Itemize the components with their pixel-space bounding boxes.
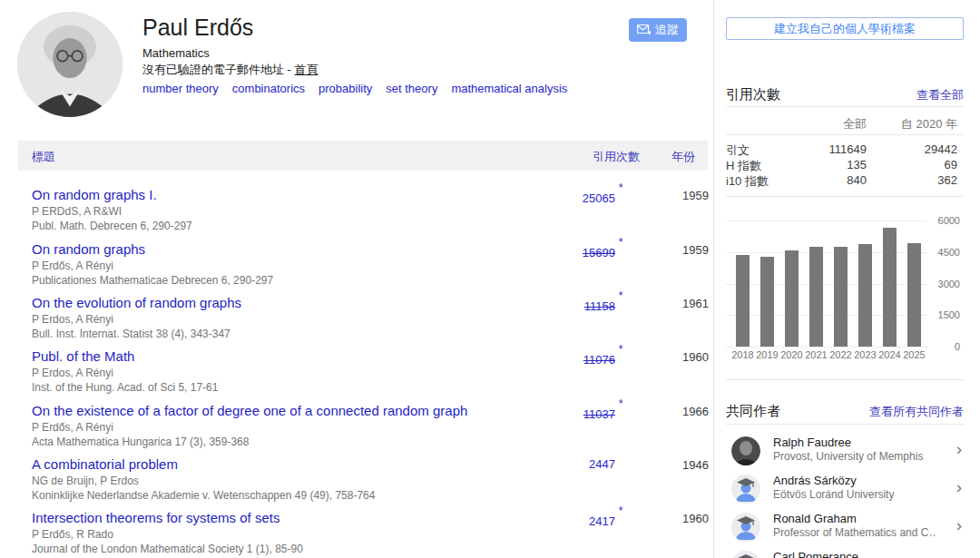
publication-venue: Publicationes Mathematicae Debrecen 6, 2… bbox=[32, 273, 540, 288]
coauthor-name: Carl Pomerance bbox=[773, 550, 858, 558]
publication-year: 1961 bbox=[635, 297, 709, 310]
publication-year: 1960 bbox=[635, 512, 709, 525]
x-axis-tick: 2022 bbox=[828, 349, 853, 360]
publication-title-link[interactable]: Publ. of the Math bbox=[32, 348, 540, 366]
view-all-coauthors-link[interactable]: 查看所有共同作者 bbox=[828, 404, 964, 420]
cited-by-link[interactable]: 25065 bbox=[583, 191, 615, 205]
chevron-right-icon[interactable]: › bbox=[956, 477, 962, 497]
interest-link[interactable]: number theory bbox=[142, 82, 219, 95]
sort-by-year-link[interactable]: 年份 bbox=[653, 149, 695, 165]
scholar-profile-page: Paul Erdős Mathematics 沒有已驗證的電子郵件地址 - 首頁… bbox=[0, 0, 980, 558]
publication-authors: P Erdos, A Rényi bbox=[32, 366, 540, 380]
cited-by-link[interactable]: 15699 bbox=[583, 246, 615, 259]
coauthor-row[interactable]: Ronald Graham Professor of Mathematics a… bbox=[726, 511, 964, 547]
coauthor-row[interactable]: Ralph Faudree Provost, University of Mem… bbox=[726, 435, 964, 471]
chevron-right-icon[interactable]: › bbox=[956, 439, 962, 459]
coauthor-affiliation: Professor of Mathematics and C… bbox=[773, 526, 936, 539]
asterisk: * bbox=[615, 289, 626, 302]
sort-by-title-link[interactable]: 標題 bbox=[32, 149, 55, 165]
publication-venue: Acta Mathematica Hungarica 17 (3), 359-3… bbox=[32, 435, 540, 449]
x-axis-tick: 2023 bbox=[853, 349, 877, 360]
publication-title-link[interactable]: A combinatorial problem bbox=[32, 455, 540, 474]
asterisk: * bbox=[615, 504, 626, 517]
cited-by-cell: 11158* bbox=[485, 296, 626, 313]
mail-add-icon bbox=[637, 24, 651, 35]
divider bbox=[726, 379, 964, 380]
affiliation-text: Mathematics bbox=[142, 46, 210, 60]
citations-per-year-chart: 6000 4500 3000 1500 0 2018 2019 2020 202… bbox=[726, 215, 960, 360]
graduate-avatar-icon bbox=[731, 475, 760, 504]
chart-bar bbox=[834, 247, 848, 347]
chevron-right-icon[interactable]: › bbox=[956, 553, 962, 558]
publication-authors: P Erdős, A Rényi bbox=[32, 259, 540, 273]
sort-by-citations-link[interactable]: 引用次數 bbox=[504, 149, 640, 165]
portrait-image bbox=[17, 12, 122, 117]
chart-bar bbox=[785, 250, 799, 347]
view-all-citations-link[interactable]: 查看全部 bbox=[873, 87, 964, 103]
coauthor-affiliation: Provost, University of Memphis bbox=[773, 450, 936, 463]
homepage-link[interactable]: 首頁 bbox=[295, 63, 318, 76]
interest-link[interactable]: probability bbox=[318, 82, 372, 95]
publication-row: On the evolution of random graphs P Erdo… bbox=[32, 294, 677, 341]
publication-row: On the existence of a factor of degree o… bbox=[32, 402, 677, 449]
publication-authors: P Erdős, A Rényi bbox=[32, 420, 540, 435]
chart-bar bbox=[883, 228, 897, 347]
cited-by-cell: 11076* bbox=[485, 349, 626, 367]
create-profile-button[interactable]: 建立我自己的個人學術檔案 bbox=[726, 17, 964, 40]
asterisk: * bbox=[615, 343, 626, 356]
x-axis-tick: 2021 bbox=[804, 349, 828, 360]
x-axis-tick: 2024 bbox=[877, 349, 902, 360]
publication-title-link[interactable]: On random graphs bbox=[32, 240, 540, 259]
graduate-avatar-icon bbox=[731, 513, 760, 542]
publication-row: A combinatorial problem NG de Bruijn, P … bbox=[32, 455, 677, 503]
coauthor-avatar bbox=[731, 551, 760, 558]
stat-citations-since: 29442 bbox=[876, 142, 957, 156]
follow-button[interactable]: 追蹤 bbox=[629, 18, 687, 42]
interest-list: number theory combinatorics probability … bbox=[142, 82, 567, 95]
coauthor-row[interactable]: Carl Pomerance › bbox=[726, 549, 964, 558]
cited-by-link[interactable]: 11037 bbox=[583, 407, 615, 421]
x-axis-tick: 2019 bbox=[755, 349, 779, 360]
cited-by-section-title: 引用次數 bbox=[726, 86, 780, 103]
publication-row: On random graphs I. P ERDdS, A R&WI Publ… bbox=[32, 186, 677, 233]
email-status: 沒有已驗證的電子郵件地址 - 首頁 bbox=[142, 62, 318, 78]
y-axis-tick: 1500 bbox=[927, 309, 960, 320]
cited-by-link[interactable]: 11076 bbox=[583, 353, 615, 367]
interest-link[interactable]: mathematical analysis bbox=[451, 82, 567, 95]
x-axis-tick: 2020 bbox=[779, 349, 804, 360]
divider bbox=[726, 106, 964, 107]
asterisk: * bbox=[615, 236, 626, 249]
publication-year: 1959 bbox=[635, 189, 709, 202]
stat-label-citations: 引文 bbox=[726, 142, 750, 159]
cited-by-cell: 25065* bbox=[485, 188, 626, 205]
publication-title-link[interactable]: On the existence of a factor of degree o… bbox=[32, 402, 540, 420]
publication-title-link[interactable]: Intersection theorems for systems of set… bbox=[32, 509, 540, 527]
publication-title-link[interactable]: On the evolution of random graphs bbox=[32, 294, 540, 312]
interest-link[interactable]: set theory bbox=[386, 82, 437, 95]
cited-by-link[interactable]: 2417 bbox=[589, 514, 615, 528]
chart-bar bbox=[907, 243, 921, 347]
stat-i10-since: 362 bbox=[876, 173, 957, 187]
stat-i10-all: 840 bbox=[794, 173, 867, 187]
interest-link[interactable]: combinatorics bbox=[232, 82, 305, 95]
chart-bar bbox=[760, 257, 774, 347]
coauthors-section-title: 共同作者 bbox=[726, 403, 780, 420]
chevron-right-icon[interactable]: › bbox=[956, 515, 962, 535]
asterisk: * bbox=[615, 181, 626, 194]
cited-by-link[interactable]: 2447 bbox=[589, 457, 615, 471]
publication-venue: Journal of the London Mathematical Socie… bbox=[32, 542, 540, 556]
stat-citations-all: 111649 bbox=[794, 142, 867, 156]
portrait-image bbox=[731, 436, 760, 465]
coauthor-avatar bbox=[731, 513, 760, 542]
publications-header-row: 標題 引用次數 年份 bbox=[18, 141, 708, 171]
coauthor-row[interactable]: András Sárközy Eötvös Loránd University … bbox=[726, 473, 964, 509]
email-status-text: 沒有已驗證的電子郵件地址 - bbox=[142, 63, 295, 76]
publication-venue: Inst. of the Hung. Acad. of Sci 5, 17-61 bbox=[32, 380, 540, 395]
publication-title-link[interactable]: On random graphs I. bbox=[32, 186, 540, 204]
asterisk: * bbox=[615, 397, 626, 410]
x-axis-tick: 2018 bbox=[730, 349, 755, 360]
y-axis-tick: 0 bbox=[927, 341, 960, 352]
publication-authors: P Erdos, A Rényi bbox=[32, 312, 540, 327]
publication-venue: Bull. Inst. Internat. Statist 38 (4), 34… bbox=[32, 327, 540, 341]
cited-by-link[interactable]: 11158 bbox=[584, 299, 615, 313]
